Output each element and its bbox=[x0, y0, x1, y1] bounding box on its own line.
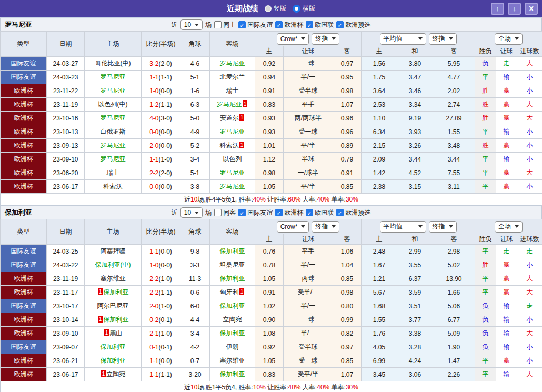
league-filter-checkbox[interactable]: ✓欧洲杯 bbox=[275, 21, 303, 29]
avg-draw-cell: 9.19 bbox=[397, 112, 433, 125]
avg-home-cell: 2.09 bbox=[362, 153, 397, 166]
avg-home-cell: 2.48 bbox=[362, 245, 397, 258]
league-filter-checkbox[interactable]: ✓欧洲预选 bbox=[336, 21, 370, 29]
corners-cell: 3-4 bbox=[180, 327, 210, 340]
home-team-cell: 罗马尼亚 bbox=[85, 71, 142, 84]
league-filter-checkbox[interactable]: ✓欧国联 bbox=[306, 208, 334, 217]
odds-time-select[interactable]: 终指 bbox=[312, 221, 339, 233]
full-time-score: 0-0 bbox=[149, 128, 158, 136]
match-row: 欧洲杯23-09-10罗马尼亚1-1(1-0)3-4以色列1.12半球0.792… bbox=[1, 153, 542, 166]
away-odds-cell: 0.98 bbox=[333, 286, 362, 299]
half-time-score: (0-1) bbox=[159, 344, 172, 351]
half-time-score: (0-0) bbox=[159, 87, 172, 95]
league-cell: 国际友谊 bbox=[1, 71, 47, 84]
odds-time-select[interactable]: 终指 bbox=[312, 33, 339, 45]
away-odds-cell: 0.82 bbox=[333, 327, 362, 340]
handicap-cell: 半/一 bbox=[284, 258, 333, 272]
subcol-handicap-result: 让球 bbox=[496, 234, 517, 245]
home-odds-cell: 0.83 bbox=[255, 368, 284, 381]
goals-result-cell: 小 bbox=[517, 153, 542, 166]
average-time-select[interactable]: 终指 bbox=[429, 221, 457, 233]
avg-away-cell: 5.09 bbox=[433, 327, 475, 340]
summary-text: 大率: bbox=[301, 196, 317, 203]
score-cell: 1-0(0-0) bbox=[142, 258, 180, 272]
bookmaker-select[interactable]: Crow* bbox=[277, 221, 309, 233]
avg-draw-cell: 3.06 bbox=[397, 368, 433, 381]
chevron-down-icon bbox=[332, 225, 336, 228]
full-time-score: 3-2 bbox=[149, 60, 158, 67]
score-cell: 1-0(0-0) bbox=[142, 84, 180, 98]
handicap-cell: 一球 bbox=[284, 313, 333, 327]
handicap-cell: 受平/半 bbox=[284, 368, 333, 381]
corners-cell: 4-9 bbox=[180, 125, 210, 139]
chevron-down-icon bbox=[301, 225, 305, 228]
half-time-score: (1-0) bbox=[159, 330, 172, 337]
away-team-cell: 立陶宛 bbox=[210, 313, 255, 327]
avg-draw-cell: 4.52 bbox=[397, 166, 433, 180]
match-row: 欧洲杯23-09-101黑山2-1(1-0)3-4保加利亚1.08半/一0.82… bbox=[1, 327, 542, 340]
avg-draw-cell: 3.34 bbox=[397, 98, 433, 112]
goals-result-cell: 大 bbox=[517, 98, 542, 112]
handicap-cell: 平手 bbox=[284, 98, 333, 112]
league-filter-checkbox[interactable]: ✓国际友谊 bbox=[238, 208, 273, 217]
league-filter-checkbox[interactable]: ✓欧洲预选 bbox=[336, 208, 370, 217]
avg-draw-cell: 6.37 bbox=[397, 272, 433, 286]
away-odds-cell: 1.06 bbox=[333, 245, 362, 258]
layout-radio-horizontal[interactable]: 横版 bbox=[293, 4, 315, 13]
league-filter-checkbox[interactable]: ✓欧国联 bbox=[306, 21, 334, 29]
filter-bar: 近 10 场 同客 ✓国际友谊✓欧洲杯✓欧国联✓欧洲预选 bbox=[1, 207, 541, 218]
bookmaker-select[interactable]: Crow* bbox=[277, 33, 309, 45]
scroll-up-button[interactable]: ↑ bbox=[491, 3, 504, 15]
near-label: 近 bbox=[172, 21, 178, 29]
avg-home-cell: 1.21 bbox=[362, 272, 397, 286]
league-filter-checkbox[interactable]: ✓国际友谊 bbox=[238, 21, 273, 29]
score-cell: 2-2(1-1) bbox=[142, 286, 180, 299]
red-card-badge: 1 bbox=[243, 100, 248, 107]
avg-draw-cell: 3.51 bbox=[397, 299, 433, 313]
scroll-down-button[interactable]: ↓ bbox=[508, 3, 521, 15]
goals-result-cell: 小 bbox=[517, 313, 542, 327]
handicap-result-cell: 赢 bbox=[496, 354, 517, 368]
date-cell: 23-10-17 bbox=[47, 299, 85, 313]
rows-count-select[interactable]: 10 bbox=[180, 19, 203, 30]
section-header: 罗马尼亚 近 10 场 同主 ✓国际友谊✓欧洲杯✓欧国联✓欧洲预选 bbox=[0, 18, 542, 31]
home-team-name: 罗马尼亚 bbox=[101, 73, 126, 81]
avg-away-cell: 6.77 bbox=[433, 313, 475, 327]
subcol-goals: 进球数 bbox=[517, 234, 542, 245]
col-score: 比分(半场) bbox=[142, 32, 180, 57]
scope-select[interactable]: 全场 bbox=[495, 221, 523, 233]
avg-draw-cell: 4.24 bbox=[397, 354, 433, 368]
col-type: 类型 bbox=[1, 32, 47, 57]
summary-text: 单率: bbox=[329, 196, 346, 203]
avg-home-cell: 4.05 bbox=[362, 340, 397, 354]
away-team-cell: 保加利亚 bbox=[210, 327, 255, 340]
away-odds-cell: 0.91 bbox=[333, 166, 362, 180]
checkbox-checked-icon: ✓ bbox=[336, 209, 344, 216]
chevron-down-icon bbox=[449, 37, 453, 40]
away-team-cell: 罗马尼亚 bbox=[210, 166, 255, 180]
date-cell: 24-03-25 bbox=[47, 245, 85, 258]
league-filter-checkbox[interactable]: ✓欧洲杯 bbox=[275, 208, 303, 217]
half-time-score: (0-0) bbox=[159, 248, 172, 255]
home-team-name: 保加利亚 bbox=[103, 288, 128, 296]
avg-home-cell: 3.45 bbox=[362, 368, 397, 381]
half-time-score: (0-1) bbox=[159, 316, 172, 324]
handicap-cell: 受一球 bbox=[284, 354, 333, 368]
home-team-name: 罗马尼亚 bbox=[101, 87, 126, 94]
close-button[interactable]: X bbox=[525, 3, 538, 15]
away-team-name: 罗马尼亚 bbox=[217, 100, 242, 108]
average-select[interactable]: 平均值 bbox=[380, 33, 426, 45]
average-time-select[interactable]: 终指 bbox=[429, 33, 457, 45]
scope-select[interactable]: 全场 bbox=[495, 33, 523, 45]
summary-text: 10 bbox=[190, 196, 197, 203]
layout-radio-vertical[interactable]: 竖版 bbox=[265, 4, 286, 13]
same-venue-checkbox[interactable]: 同客 bbox=[214, 208, 236, 217]
checkbox-checked-icon: ✓ bbox=[238, 21, 246, 28]
average-select[interactable]: 平均值 bbox=[380, 221, 426, 233]
away-team-cell: 保加利亚 bbox=[210, 245, 255, 258]
rows-count-select[interactable]: 10 bbox=[180, 207, 203, 218]
league-cell: 国际友谊 bbox=[1, 57, 47, 71]
home-odds-cell: 0.92 bbox=[255, 57, 284, 71]
same-venue-checkbox[interactable]: 同主 bbox=[214, 21, 236, 29]
score-cell: 2-0(0-0) bbox=[142, 139, 180, 153]
